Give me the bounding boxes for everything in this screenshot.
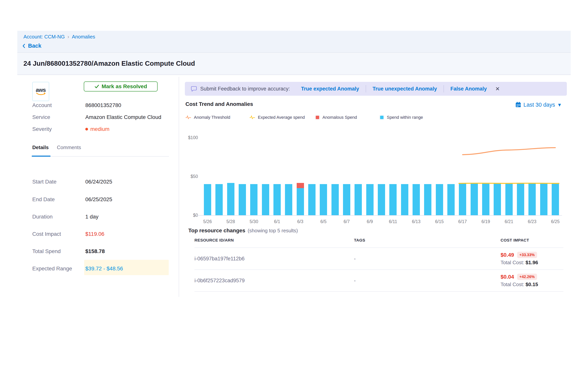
aws-logo: aws <box>32 82 49 101</box>
total-spend-value: $158.78 <box>85 248 105 254</box>
end-date-value: 06/25/2025 <box>85 196 112 202</box>
spend-bar[interactable] <box>297 188 304 215</box>
back-button[interactable]: Back <box>22 43 41 49</box>
x-axis-label: 6/7 <box>338 219 355 224</box>
spend-bar[interactable] <box>552 184 559 215</box>
spend-bar[interactable] <box>332 184 339 215</box>
spend-bar[interactable] <box>366 184 374 215</box>
resource-id: i-0b6f257223cad9579 <box>194 278 354 284</box>
spend-bar[interactable] <box>274 184 281 215</box>
x-axis-label: 5/30 <box>245 219 262 224</box>
spend-bar[interactable] <box>412 184 420 215</box>
spend-bar[interactable] <box>517 184 524 215</box>
x-axis-label: 6/11 <box>384 219 402 224</box>
tabs-divider <box>32 156 169 156</box>
legend-label: Anomalous Spend <box>322 115 357 120</box>
table-header-row: RESOURCE ID/ARN TAGS COST IMPACT <box>194 238 564 248</box>
anomaly-detail-page: Account: CCM-NG › Anomalies Back 24 Jun/… <box>0 0 588 392</box>
back-chevron-icon <box>22 44 26 48</box>
breadcrumb-anomalies-link[interactable]: Anomalies <box>72 34 95 40</box>
x-axis-label: 6/17 <box>454 219 471 224</box>
tab-comments[interactable]: Comments <box>57 144 81 150</box>
account-label: Account <box>32 102 52 108</box>
x-axis-label: 6/15 <box>431 219 448 224</box>
total-cost: Total Cost: $1.96 <box>500 260 564 266</box>
spend-bar[interactable] <box>239 184 246 215</box>
percent-badge: +33.33% <box>517 252 537 258</box>
mark-as-resolved-label: Mark as Resolved <box>102 84 147 90</box>
false-anomaly-button[interactable]: False Anomaly <box>450 86 487 92</box>
legend-anomalous-spend: Anomalous Spend <box>315 115 357 120</box>
mark-as-resolved-button[interactable]: Mark as Resolved <box>84 82 158 92</box>
resources-section-header: Top resource changes (showing top 5 resu… <box>188 228 298 234</box>
pulse-line-icon <box>186 115 191 120</box>
date-range-picker[interactable]: Last 30 days ▾ <box>515 102 561 108</box>
spend-bar[interactable] <box>482 184 490 215</box>
start-date-label: Start Date <box>32 179 56 185</box>
aws-logo-text: aws <box>36 88 46 92</box>
spend-bar[interactable] <box>285 184 292 215</box>
spend-bar[interactable] <box>447 184 455 215</box>
true-expected-anomaly-button[interactable]: True expected Anomaly <box>301 86 359 92</box>
true-unexpected-anomaly-button[interactable]: True unexpected Anomaly <box>372 86 437 92</box>
banner-divider <box>366 85 366 92</box>
col-cost-impact: COST IMPACT <box>500 238 564 242</box>
spend-bar[interactable] <box>343 184 350 215</box>
resource-tags: - <box>354 256 500 262</box>
breadcrumb-account-link[interactable]: Account: CCM-NG <box>24 34 65 40</box>
back-label: Back <box>28 43 41 49</box>
spend-bar[interactable] <box>227 183 234 215</box>
spend-bar[interactable] <box>250 184 258 215</box>
spend-bar[interactable] <box>204 184 211 215</box>
spend-bar[interactable] <box>354 184 362 215</box>
resource-tags: - <box>354 278 500 284</box>
spend-bar[interactable] <box>528 184 536 215</box>
legend-label: Expected Average spend <box>258 115 305 120</box>
spend-bar[interactable] <box>378 184 385 215</box>
account-value: 868001352780 <box>85 102 121 108</box>
service-label: Service <box>32 114 50 120</box>
table-row[interactable]: i-0b6f257223cad9579 - $0.04 +42.26% Tota… <box>194 270 564 292</box>
expected-range-label: Expected Range <box>32 266 72 272</box>
x-axis-label: 6/19 <box>477 219 494 224</box>
banner-close-icon[interactable]: ✕ <box>495 86 500 92</box>
resources-subtitle: (showing top 5 results) <box>248 228 298 234</box>
tab-details[interactable]: Details <box>32 144 48 150</box>
spend-bar[interactable] <box>308 184 316 215</box>
col-tags: TAGS <box>354 238 500 242</box>
severity-dot-icon <box>85 128 88 130</box>
page-title: 24 Jun/868001352780/Amazon Elastic Compu… <box>24 60 195 67</box>
feedback-prompt-text: Submit Feedback to improve accuracy: <box>200 86 290 92</box>
duration-label: Duration <box>32 214 53 220</box>
spend-bar[interactable] <box>436 184 443 215</box>
x-axis-label: 6/5 <box>315 219 332 224</box>
cost-impact-label: Cost Impact <box>32 231 61 237</box>
severity-value: medium <box>85 126 110 132</box>
spend-bar[interactable] <box>540 184 548 215</box>
start-date-value: 06/24/2025 <box>85 179 112 185</box>
active-tab-underline <box>32 156 50 156</box>
spend-bar[interactable] <box>424 184 432 215</box>
spend-bar[interactable] <box>262 184 269 215</box>
total-spend-label: Total Spend <box>32 248 61 254</box>
spend-bar[interactable] <box>216 184 223 215</box>
spend-bar[interactable] <box>494 184 501 215</box>
total-cost: Total Cost: $0.15 <box>500 282 564 288</box>
calendar-icon <box>515 102 521 108</box>
duration-value: 1 day <box>85 214 98 220</box>
spend-bar[interactable] <box>470 184 478 215</box>
cost-impact-cell: $0.49 +33.33% Total Cost: $1.96 <box>500 252 564 266</box>
table-row[interactable]: i-06597ba197fe112b6 - $0.49 +33.33% Tota… <box>194 248 564 270</box>
cost-impact-amount: $0.49 <box>500 252 514 258</box>
spend-bar[interactable] <box>389 184 396 215</box>
chart-title: Cost Trend and Anomalies <box>186 101 253 107</box>
spend-bar[interactable] <box>320 184 327 215</box>
anomalous-bar-segment[interactable] <box>297 183 304 188</box>
date-range-label: Last 30 days <box>524 102 555 108</box>
x-axis-label: 6/1 <box>268 219 286 224</box>
spend-bar[interactable] <box>459 184 466 215</box>
col-resource-id: RESOURCE ID/ARN <box>194 238 354 242</box>
spend-bar[interactable] <box>401 184 408 215</box>
x-axis-line <box>196 215 562 216</box>
spend-bar[interactable] <box>505 184 513 215</box>
